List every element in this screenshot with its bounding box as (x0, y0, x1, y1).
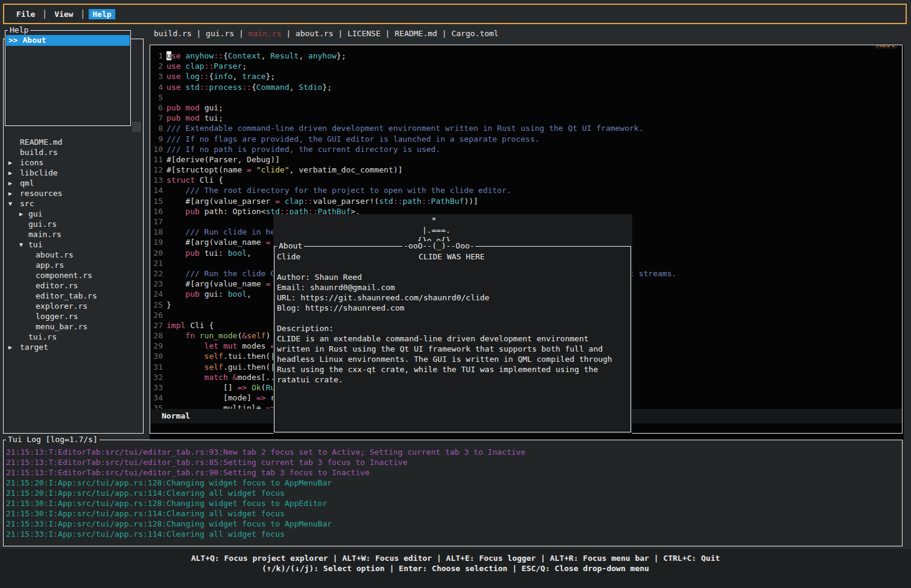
log-entry-info: 21:15:20:I:App:src/tui/app.rs:128:Changi… (6, 478, 901, 488)
tree-item-menu_bar-rs[interactable]: menu_bar.rs (4, 321, 142, 332)
explorer-scrollbar-thumb[interactable] (132, 122, 141, 132)
tree-item-label: README.md (20, 138, 62, 147)
tab-license[interactable]: LICENSE (348, 29, 381, 38)
tree-item-src[interactable]: ▼src (4, 198, 142, 209)
code-line[interactable]: 10/// If no path is provided, the curren… (151, 144, 901, 154)
line-number: 17 (151, 217, 163, 227)
code-text: #[arg(value_parser = clap::value_parser!… (167, 197, 478, 206)
menu-item-view[interactable]: View (51, 9, 77, 19)
code-token: "clide" (256, 165, 290, 174)
line-number: 31 (151, 362, 163, 372)
tree-item-editor-rs[interactable]: editor.rs (4, 280, 142, 291)
tree-item-gui[interactable]: ▶gui (4, 209, 142, 219)
tree-item-tui-rs[interactable]: tui.rs (4, 332, 142, 342)
code-line[interactable]: 8/// Extendable command-line driven deve… (151, 123, 901, 133)
code-text: /// Extendable command-line driven devel… (167, 124, 644, 133)
about-popup-title: About (277, 241, 304, 250)
code-token: impl (167, 321, 190, 330)
tree-item-resources[interactable]: ▶resources (4, 188, 142, 198)
tree-item-editor_tab-rs[interactable]: editor_tab.rs (4, 291, 142, 301)
chevron-collapsed-icon: ▶ (19, 209, 23, 219)
tab-main-rs[interactable]: main.rs (249, 29, 282, 38)
line-number: 16 (151, 206, 163, 217)
code-line[interactable]: 12#[structopt(name = "clide", verbatim_d… (151, 165, 901, 175)
tree-item-gui-rs[interactable]: gui.rs (4, 219, 142, 229)
code-line[interactable]: 6pub mod gui; (151, 103, 901, 113)
tree-item-tui[interactable]: ▼tui (4, 239, 142, 250)
line-number: 15 (151, 196, 163, 206)
code-token: gui: (205, 289, 228, 299)
code-line[interactable]: 2use clap::Parser; (151, 61, 901, 71)
code-token: :: (393, 197, 403, 206)
code-token: fn (167, 331, 200, 340)
code-token: }; (322, 83, 332, 92)
help-dropdown-menu: Help >> About (5, 30, 131, 126)
code-token: , verbatim_doc_comment)] (290, 165, 403, 174)
code-token: Cli { (200, 175, 223, 185)
tree-item-app-rs[interactable]: app.rs (4, 260, 142, 270)
code-token: /// If no flags are provided, the GUI ed… (167, 134, 539, 144)
code-token: [mode] (167, 393, 256, 402)
code-line[interactable]: 3use log::{info, trace}; (151, 71, 901, 81)
tab-gui-rs[interactable]: gui.rs (206, 29, 234, 38)
tree-item-label: explorer.rs (36, 302, 87, 311)
line-number: 27 (151, 320, 163, 330)
code-token: ))] (464, 197, 478, 206)
code-token: pub mod (167, 103, 205, 112)
code-line[interactable]: 11#[derive(Parser, Debug)] (151, 154, 901, 165)
code-token: use (167, 62, 185, 71)
menu-item-help[interactable]: Help (89, 9, 115, 19)
code-token: log (185, 72, 199, 81)
tree-item-label: tui (28, 240, 42, 249)
code-line[interactable]: 13struct Cli { (151, 175, 901, 185)
tree-item-explorer-rs[interactable]: explorer.rs (4, 301, 142, 311)
tree-item-icons[interactable]: ▶icons (4, 157, 142, 168)
line-number: 13 (151, 175, 163, 185)
code-line[interactable]: 5 (151, 92, 901, 103)
code-line[interactable]: 15 #[arg(value_parser = clap::value_pars… (151, 196, 901, 206)
code-line[interactable]: 9/// If no flags are provided, the GUI e… (151, 134, 901, 144)
log-entry-trace: 21:15:13:T:EditorTab:src/tui/editor_tab.… (6, 467, 901, 478)
language-badge: Rust (875, 45, 897, 49)
chevron-collapsed-icon: ▶ (8, 188, 12, 198)
code-token: PathBuf (431, 197, 464, 206)
code-token (247, 383, 252, 392)
tree-item-build-rs[interactable]: build.rs (4, 147, 142, 157)
tree-item-libclide[interactable]: ▶libclide (4, 168, 142, 178)
about-popup-line: URL: https://git.shaunreed.com/shaunrd0/… (277, 292, 612, 303)
tree-item-target[interactable]: ▶target (4, 342, 142, 352)
tab-separator: | (281, 29, 295, 38)
code-line[interactable]: 4use std::process::{Command, Stdio}; (151, 82, 901, 92)
tab-about-rs[interactable]: about.rs (296, 29, 334, 38)
tab-build-rs[interactable]: build.rs (154, 29, 192, 38)
about-popup-line (277, 313, 612, 323)
code-token: { (252, 83, 256, 92)
tab-readme-md[interactable]: README.md (395, 29, 437, 38)
line-number: 6 (151, 103, 163, 113)
line-number: 29 (151, 341, 163, 351)
code-token: pub (167, 207, 205, 216)
code-token: Result (270, 51, 299, 60)
code-line[interactable]: 7pub mod tui; (151, 113, 901, 123)
tree-item-label: tui.rs (28, 332, 57, 341)
code-token: self (167, 362, 223, 371)
tree-item-readme-md[interactable]: README.md (4, 137, 142, 147)
tree-item-about-rs[interactable]: about.rs (4, 250, 142, 260)
tree-item-label: component.rs (36, 271, 92, 280)
menu-item-file[interactable]: File (13, 9, 39, 19)
code-line[interactable]: 1use anyhow::{Context, Result, anyhow}; (151, 51, 901, 61)
tree-item-qml[interactable]: ▶qml (4, 178, 142, 188)
about-popup-line: Author: Shaun Reed (277, 272, 612, 282)
tree-item-label: build.rs (20, 148, 58, 157)
tab-cargo-toml[interactable]: Cargo.toml (451, 29, 498, 38)
code-token: clap (285, 197, 303, 206)
menu-item-about[interactable]: >> About (6, 35, 130, 46)
tree-item-component-rs[interactable]: component.rs (4, 270, 142, 280)
tree-item-main-rs[interactable]: main.rs (4, 229, 142, 239)
code-line[interactable]: 14 /// The root directory for the projec… (151, 185, 901, 195)
about-popup-content: Clide CLIDE WAS HERE Author: Shaun ReedE… (277, 251, 612, 385)
tree-item-logger-rs[interactable]: logger.rs (4, 311, 142, 321)
vim-mode-indicator: Normal (162, 411, 190, 420)
line-number: 8 (151, 123, 163, 133)
code-token: = (275, 197, 280, 206)
